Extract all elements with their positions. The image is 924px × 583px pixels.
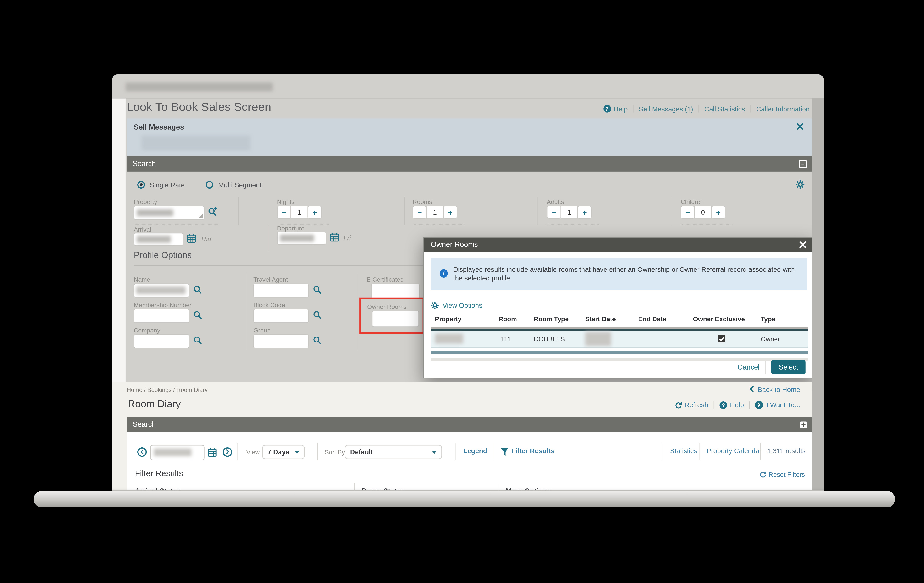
legend-link[interactable]: Legend (463, 448, 487, 454)
dialog-table-header: Property Room Room Type Start Date End D… (424, 315, 815, 326)
group-label: Group (253, 327, 271, 334)
row-room-type: DOUBLES (534, 335, 565, 342)
call-statistics-link[interactable]: Call Statistics (705, 105, 745, 112)
view-options[interactable]: View Options (431, 301, 482, 309)
i-want-to-link[interactable]: I Want To... (766, 401, 800, 409)
expand-icon[interactable] (800, 421, 807, 428)
view-dropdown[interactable]: 7 Days (262, 445, 305, 459)
owner-exclusive-checkbox[interactable] (718, 335, 726, 342)
sort-by-value: Default (350, 449, 373, 456)
room-diary-title: Room Diary (128, 398, 181, 410)
block-code-label: Block Code (253, 301, 285, 308)
window-title-redacted (125, 83, 273, 91)
sell-message-text-redacted (141, 135, 250, 150)
nights-value[interactable]: 1 (290, 206, 308, 219)
reset-filters[interactable]: Reset Filters (759, 471, 805, 478)
reset-icon (759, 471, 766, 478)
arrival-label: Arrival (134, 226, 152, 233)
group-search-icon[interactable] (313, 336, 322, 345)
property-calendar-link[interactable]: Property Calendar (706, 448, 762, 454)
property-input[interactable] (134, 206, 205, 220)
owner-rooms-input[interactable] (372, 310, 419, 327)
e-certificates-input[interactable] (371, 284, 419, 299)
dialog-close-icon[interactable] (799, 241, 807, 249)
filter-results-link[interactable]: Filter Results (512, 448, 554, 454)
help-link[interactable]: Help (730, 401, 744, 409)
table-scrollbar[interactable] (431, 351, 808, 354)
page-left-margin (112, 98, 125, 382)
refresh-link[interactable]: Refresh (685, 401, 708, 409)
col-end-date: End Date (638, 315, 666, 322)
children-value[interactable]: 0 (694, 206, 712, 219)
travel-agent-search-icon[interactable] (313, 285, 322, 294)
stage: Look To Book Sales Screen ? Help Sell Me… (0, 0, 924, 583)
view-options-label: View Options (442, 302, 482, 309)
select-button[interactable]: Select (771, 360, 805, 374)
children-plus-button[interactable]: + (711, 206, 726, 219)
nights-plus-button[interactable]: + (308, 206, 322, 219)
block-code-input[interactable] (253, 309, 309, 323)
page-title: Look To Book Sales Screen (127, 100, 271, 114)
nights-stepper: − 1 + (277, 206, 322, 219)
adults-value[interactable]: 1 (561, 206, 578, 219)
adults-plus-button[interactable]: + (578, 206, 592, 219)
chevron-left-icon (748, 385, 755, 393)
arrival-calendar-icon[interactable] (187, 233, 196, 243)
table-row[interactable]: 111 DOUBLES Owner (431, 331, 808, 348)
room-diary-section: Home / Bookings / Room Diary Back to Hom… (112, 382, 812, 490)
name-label: Name (134, 276, 150, 283)
company-search-icon[interactable] (193, 336, 202, 345)
laptop-base (34, 491, 895, 507)
single-rate-radio[interactable] (137, 181, 145, 189)
back-to-home[interactable]: Back to Home (748, 385, 800, 393)
filter-results-title: Filter Results (135, 469, 183, 478)
departure-calendar-icon[interactable] (330, 232, 340, 242)
departure-label: Departure (277, 225, 304, 231)
date-back-button[interactable] (137, 448, 147, 457)
children-minus-button[interactable]: − (681, 206, 695, 219)
name-input[interactable] (134, 284, 189, 298)
breadcrumb[interactable]: Home / Bookings / Room Diary (127, 386, 208, 393)
caller-information-link[interactable]: Caller Information (756, 105, 810, 112)
diary-calendar-icon[interactable] (208, 448, 217, 457)
rooms-minus-button[interactable]: − (412, 206, 427, 219)
sell-messages-link[interactable]: Sell Messages (1) (639, 105, 693, 112)
rooms-plus-button[interactable]: + (443, 206, 457, 219)
departure-input[interactable] (277, 231, 327, 244)
nights-minus-button[interactable]: − (277, 206, 291, 219)
company-input[interactable] (134, 334, 189, 348)
arrival-input[interactable] (134, 233, 183, 246)
children-label: Children (681, 198, 704, 205)
rd-search-section-bar[interactable]: Search (127, 417, 812, 432)
dialog-header: Owner Rooms (424, 238, 814, 252)
ltb-search-section-bar[interactable]: Search (127, 156, 812, 172)
rd-toolbar-panel: View 7 Days Sort By Default Legend Filte… (127, 432, 812, 490)
adults-minus-button[interactable]: − (547, 206, 561, 219)
sell-messages-title: Sell Messages (134, 123, 184, 132)
multi-segment-radio[interactable] (206, 181, 214, 189)
close-icon[interactable] (796, 123, 804, 130)
search-settings-gear-icon[interactable] (795, 180, 805, 189)
cancel-button[interactable]: Cancel (731, 363, 759, 371)
row-room: 111 (501, 335, 511, 342)
diary-date-input[interactable] (150, 445, 205, 460)
membership-input[interactable] (134, 309, 189, 323)
header-divider (112, 98, 824, 98)
name-search-icon[interactable] (193, 285, 202, 294)
block-code-search-icon[interactable] (313, 310, 322, 319)
collapse-icon[interactable] (799, 160, 807, 168)
help-link[interactable]: Help (614, 105, 628, 112)
sort-by-dropdown[interactable]: Default (345, 445, 442, 459)
rooms-value[interactable]: 1 (426, 206, 444, 219)
membership-search-icon[interactable] (193, 310, 202, 319)
back-to-home-label: Back to Home (758, 386, 800, 393)
group-input[interactable] (253, 334, 309, 348)
travel-agent-input[interactable] (253, 284, 309, 298)
col-property: Property (435, 315, 462, 322)
statistics-link[interactable]: Statistics (670, 448, 697, 454)
chevron-down-icon (295, 451, 299, 453)
property-search-icon[interactable] (208, 207, 218, 216)
filter-funnel-icon (501, 448, 508, 456)
date-forward-button[interactable] (223, 448, 232, 457)
arrival-day: Thu (200, 235, 211, 242)
